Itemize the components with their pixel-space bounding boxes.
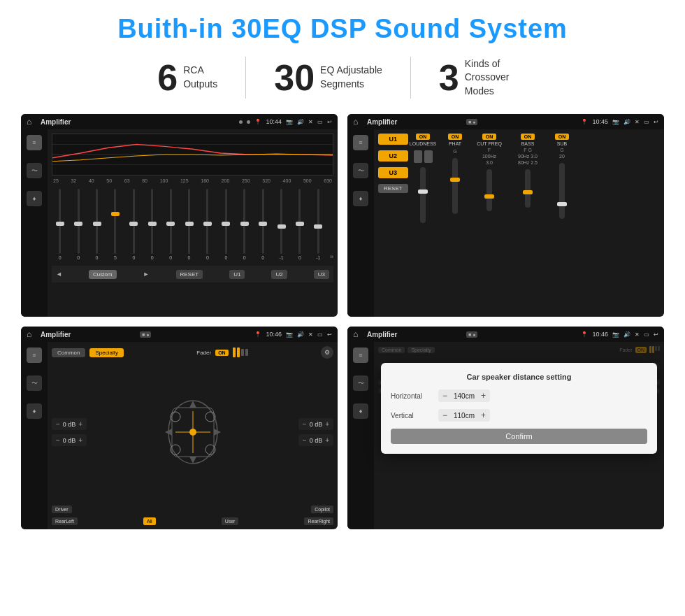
u2-btn[interactable]: U2: [271, 270, 287, 279]
eq-slider-13[interactable]: 0: [291, 189, 308, 260]
custom-btn[interactable]: Custom: [89, 270, 117, 279]
amp-camera-icon: 📷: [612, 119, 619, 125]
eq-slider-9[interactable]: 0: [218, 189, 234, 260]
eq-slider-7[interactable]: 0: [181, 189, 197, 260]
dialog-sidebar: ≡ 〜 ♦: [347, 342, 374, 529]
cross-specialty-tab[interactable]: Specialty: [89, 348, 123, 357]
amp-u3-btn[interactable]: U3: [378, 167, 408, 178]
amp-reset-btn[interactable]: RESET: [378, 184, 408, 193]
cross-plus-3[interactable]: +: [325, 436, 329, 444]
eq-time: 10:44: [266, 118, 282, 125]
horizontal-stepper: − 140cm +: [438, 389, 490, 402]
u1-btn[interactable]: U1: [229, 270, 245, 279]
eq-graph: [52, 134, 333, 176]
cross-driver-btn[interactable]: Driver: [52, 506, 72, 513]
cross-copilot-btn[interactable]: Copilot: [311, 506, 333, 513]
cross-minus-1[interactable]: −: [56, 436, 60, 444]
dialog-sidebar-wave-icon[interactable]: 〜: [353, 375, 368, 391]
cross-minus-3[interactable]: −: [303, 436, 307, 444]
page-title: Buith-in 30EQ DSP Sound System: [21, 14, 664, 44]
phat-slider[interactable]: [452, 158, 458, 214]
bass-on-badge[interactable]: ON: [521, 134, 535, 140]
stats-row: 6 RCAOutputs 30 EQ AdjustableSegments 3 …: [21, 57, 664, 99]
bass-label: BASS: [521, 141, 535, 146]
back-icon[interactable]: ↩: [327, 119, 332, 125]
eq-slider-4[interactable]: 0: [126, 189, 142, 260]
loudness-on-badge[interactable]: ON: [416, 134, 431, 140]
reset-btn[interactable]: RESET: [176, 270, 203, 279]
eq-slider-1[interactable]: 0: [70, 189, 86, 260]
sidebar-wave-icon[interactable]: 〜: [27, 163, 42, 178]
cutfreq-slider[interactable]: [486, 169, 492, 211]
sub-on-badge[interactable]: ON: [555, 134, 570, 140]
vertical-minus[interactable]: −: [442, 410, 447, 420]
cross-all-btn[interactable]: All: [143, 517, 156, 525]
amp-sidebar-speaker-icon[interactable]: ♦: [353, 191, 368, 206]
cross-back-icon[interactable]: ↩: [327, 331, 332, 338]
amp-u2-btn[interactable]: U2: [378, 150, 408, 162]
cross-db-row-0: − 0 dB +: [52, 418, 87, 430]
cross-home-icon[interactable]: ⌂: [27, 329, 36, 339]
horizontal-plus[interactable]: +: [481, 391, 486, 401]
sub-slider[interactable]: [559, 163, 565, 219]
prev-icon[interactable]: ◄: [56, 271, 62, 278]
dialog-content: ≡ 〜 ♦ Common Specialty Fader ON: [347, 342, 664, 529]
eq-slider-6[interactable]: 0: [162, 189, 178, 260]
sidebar-speaker-icon[interactable]: ♦: [27, 191, 42, 206]
amp-sidebar-eq-icon[interactable]: ≡: [353, 135, 368, 150]
vertical-plus[interactable]: +: [481, 410, 486, 420]
amp-sidebar-wave-icon[interactable]: 〜: [353, 163, 368, 178]
cross-top-bar: Common Specialty Fader ON ⚙: [52, 346, 333, 359]
cross-user-btn[interactable]: User: [222, 517, 239, 525]
cross-minus-0[interactable]: −: [56, 420, 60, 428]
next-icon[interactable]: ►: [143, 271, 150, 278]
amp-u1-btn[interactable]: U1: [378, 134, 408, 145]
dialog-sidebar-eq-icon[interactable]: ≡: [353, 348, 368, 363]
eq-slider-0[interactable]: 0: [52, 189, 68, 260]
settings-icon[interactable]: ⚙: [321, 346, 333, 359]
cross-sidebar-wave-icon[interactable]: 〜: [27, 375, 42, 391]
phat-on-badge[interactable]: ON: [448, 134, 463, 140]
eq-slider-14[interactable]: -1: [310, 189, 326, 260]
amp-back-icon[interactable]: ↩: [654, 119, 658, 125]
cutfreq-on-badge[interactable]: ON: [482, 134, 497, 140]
cross-fader-on-badge[interactable]: ON: [215, 350, 229, 356]
cross-sidebar-eq-icon[interactable]: ≡: [27, 348, 42, 363]
cross-plus-1[interactable]: +: [78, 436, 82, 444]
eq-slider-8[interactable]: 0: [199, 189, 215, 260]
cross-plus-0[interactable]: +: [78, 420, 82, 428]
amp-screen-title: Amplifier: [367, 118, 462, 126]
eq-slider-10[interactable]: 0: [236, 189, 252, 260]
eq-slider-5[interactable]: 0: [144, 189, 160, 260]
cross-sidebar-speaker-icon[interactable]: ♦: [27, 403, 42, 419]
cross-rearleft-btn[interactable]: RearLeft: [52, 517, 78, 525]
amp-home-icon[interactable]: ⌂: [353, 117, 363, 127]
eq-slider-12[interactable]: -1: [273, 189, 289, 260]
cross-common-tab[interactable]: Common: [52, 348, 85, 357]
more-icon[interactable]: »: [330, 253, 333, 260]
sub-label: SUB: [557, 141, 567, 146]
cross-fader-bars: [233, 348, 248, 357]
horizontal-minus[interactable]: −: [442, 391, 447, 401]
eq-slider-2[interactable]: 0: [89, 189, 105, 260]
dialog-screen: ⌂ Amplifier ■ ● 📍 10:46 📷 🔊 ✕ ▭ ↩ ≡ 〜 ♦: [347, 327, 664, 529]
cross-sidebar: ≡ 〜 ♦: [21, 342, 48, 529]
u3-btn[interactable]: U3: [314, 270, 329, 279]
dialog-home-icon[interactable]: ⌂: [353, 329, 363, 339]
eq-slider-3[interactable]: 5: [107, 189, 123, 260]
bass-slider[interactable]: [525, 169, 531, 208]
cross-rearright-btn[interactable]: RearRight: [304, 517, 333, 525]
loudness-slider[interactable]: [420, 167, 426, 223]
cross-minus-2[interactable]: −: [303, 420, 307, 428]
cross-plus-2[interactable]: +: [325, 420, 329, 428]
confirm-button[interactable]: Confirm: [391, 429, 647, 444]
dialog-sidebar-speaker-icon[interactable]: ♦: [353, 403, 368, 419]
dialog-back-icon[interactable]: ↩: [654, 331, 658, 338]
eq-sidebar: ≡ 〜 ♦: [21, 129, 48, 317]
eq-slider-11[interactable]: 0: [254, 189, 271, 260]
home-icon[interactable]: ⌂: [27, 117, 36, 127]
stat-rca: 6 RCAOutputs: [129, 59, 245, 96]
cross-content: ≡ 〜 ♦ Common Specialty Fader ON: [21, 342, 338, 529]
sidebar-eq-icon[interactable]: ≡: [27, 135, 42, 150]
page-container: Buith-in 30EQ DSP Sound System 6 RCAOutp…: [0, 0, 685, 616]
